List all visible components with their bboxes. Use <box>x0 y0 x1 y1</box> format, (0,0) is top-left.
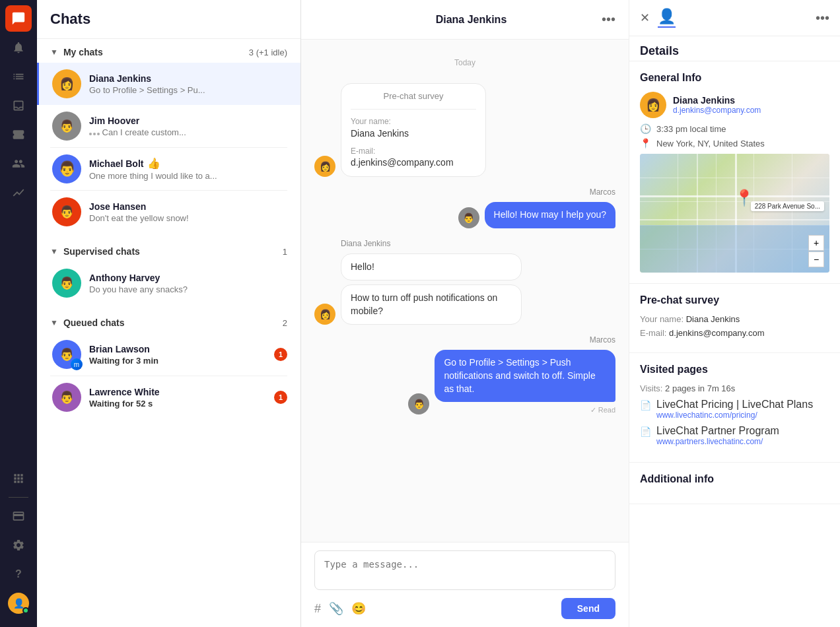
additional-info-section: Additional info <box>629 463 840 504</box>
survey-panel-name-row: Your name: Diana Jenkins <box>640 314 829 324</box>
chat-item-preview-jim: Can I create custom... <box>89 127 287 137</box>
notification-nav-icon[interactable] <box>5 34 32 61</box>
my-chats-section-header[interactable]: ▼ My chats 3 (+1 idle) <box>37 39 300 63</box>
survey-field-name: Your name: Diana Jenkins <box>351 116 476 140</box>
my-chats-count: 3 (+1 idle) <box>249 48 287 57</box>
icon-bar-top <box>5 5 32 463</box>
msg-avatar-marcos-1: 👨 <box>458 207 479 228</box>
msg-avatar-diana-survey: 👩 <box>314 156 335 177</box>
chat-item-lawrence[interactable]: 👨 Lawrence White Waiting for 52 s 1 <box>37 376 300 418</box>
read-status: ✓ Read <box>590 406 615 414</box>
general-info-title: General Info <box>640 72 829 84</box>
map-zoom-controls[interactable]: + − <box>808 235 824 267</box>
customers-nav-icon[interactable] <box>5 150 32 177</box>
chat-item-preview-anthony: Do you have any snacks? <box>89 284 287 294</box>
chat-message-input[interactable] <box>314 550 615 590</box>
chat-badge-lawrence: 1 <box>274 391 287 404</box>
queued-chats-section-header[interactable]: ▼ Queued chats 2 <box>37 310 300 333</box>
emoji-icon[interactable]: 😊 <box>351 601 366 616</box>
page-link-title-2: LiveChat Partner Program <box>656 425 779 437</box>
info-row-time: 🕒 3:33 pm local time <box>640 123 829 134</box>
survey-field-email: E-mail: d.jenkins@company.com <box>351 146 476 170</box>
person-details-icon[interactable]: 👤 <box>658 8 676 28</box>
chat-item-brian[interactable]: 👨 m Brian Lawson Waiting for 3 min 1 <box>37 333 300 376</box>
inbox-nav-icon[interactable] <box>5 92 32 119</box>
bubble-marcos-reply: Go to Profile > Settings > Push notifica… <box>435 350 615 402</box>
settings-nav-icon[interactable] <box>5 532 32 558</box>
visited-pages-title: Visited pages <box>640 364 829 376</box>
chat-item-content-brian: Brian Lawson Waiting for 3 min <box>89 344 274 366</box>
local-time: 3:33 pm local time <box>656 124 726 134</box>
visits-value: 2 pages in 7m 16s <box>665 383 735 393</box>
page-icon-1: 📄 <box>640 400 651 411</box>
chat-item-name-michael: Michael Bolt 👍 <box>89 157 287 170</box>
chat-list-title: Chats <box>50 11 287 28</box>
list-nav-icon[interactable] <box>5 63 32 90</box>
chat-item-diana[interactable]: 👩 Diana Jenkins Go to Profile > Settings… <box>37 63 300 105</box>
additional-info-title: Additional info <box>640 473 829 485</box>
reports-nav-icon[interactable] <box>5 180 32 206</box>
msg-row-marcos-reply: Marcos Go to Profile > Settings > Push n… <box>314 335 615 414</box>
avatar-jim: 👨 <box>52 112 81 141</box>
survey-label-email: E-mail: <box>351 146 476 157</box>
send-button[interactable]: Send <box>561 598 615 619</box>
chat-item-name-anthony: Anthony Harvey <box>89 273 287 283</box>
avatar-nav-icon[interactable]: 👤 <box>5 590 32 616</box>
chat-item-michael[interactable]: 👨 Michael Bolt 👍 One more thing I would … <box>37 148 300 190</box>
page-link-url-2[interactable]: www.partners.livechatinc.com/ <box>656 437 779 446</box>
chat-item-jim[interactable]: 👨 Jim Hoover Can I create custom... <box>37 105 300 147</box>
map-inner: 📍 228 Park Avenue So... + − <box>640 154 829 273</box>
supervised-chats-count: 1 <box>283 247 287 257</box>
chat-header-more-button[interactable]: ••• <box>602 12 615 27</box>
survey-panel-email-value: d.jenkins@company.com <box>669 328 764 338</box>
hashtag-icon[interactable]: # <box>314 602 321 616</box>
pre-chat-survey-title: Pre-chat survey <box>640 294 829 306</box>
msg-sender-marcos-2: Marcos <box>590 335 615 345</box>
apps-nav-icon[interactable] <box>5 465 32 492</box>
card-nav-icon[interactable] <box>5 503 32 529</box>
right-panel-header: ✕ 👤 ••• <box>629 0 840 36</box>
survey-title: Pre-chat survey <box>351 90 476 110</box>
page-link-2: 📄 LiveChat Partner Program www.partners.… <box>640 425 829 446</box>
chat-item-jose[interactable]: 👨 Jose Hansen Don't eat the yellow snow! <box>37 191 300 233</box>
msg-sender-diana-1: Diana Jenkins <box>341 239 522 248</box>
survey-value-name: Diana Jenkins <box>351 127 476 141</box>
visits-label: Visits: <box>640 383 662 393</box>
msg-content-hello: Marcos Hello! How may I help you? <box>485 187 615 228</box>
chat-item-preview-brian: Waiting for 3 min <box>89 356 274 366</box>
thumb-up-icon: 👍 <box>147 157 160 170</box>
page-link-url-1[interactable]: www.livechatinc.com/pricing/ <box>656 411 813 420</box>
bubble-hello: Hello! How may I help you? <box>485 202 615 228</box>
supervised-chats-section-header[interactable]: ▼ Supervised chats 1 <box>37 238 300 262</box>
attachment-icon[interactable]: 📎 <box>329 601 343 616</box>
my-chats-chevron: ▼ <box>50 48 58 57</box>
bubble-diana-question: How to turn off push notifications on mo… <box>341 284 522 325</box>
queued-chats-title: Queued chats <box>63 317 283 328</box>
survey-panel-email-label: E-mail: <box>640 328 666 338</box>
page-link-content-2: LiveChat Partner Program www.partners.li… <box>656 425 779 446</box>
chat-badge-brian: 1 <box>274 348 287 361</box>
ticket-nav-icon[interactable] <box>5 121 32 148</box>
map-zoom-in[interactable]: + <box>808 235 824 251</box>
chat-item-content-lawrence: Lawrence White Waiting for 52 s <box>89 387 274 409</box>
info-row-location: 📍 New York, NY, United States <box>640 138 829 148</box>
divider <box>9 497 28 498</box>
close-panel-icon[interactable]: ✕ <box>640 11 650 25</box>
general-info-person-row: 👩 Diana Jenkins d.jenkins@company.com <box>640 92 829 118</box>
chat-item-content-jose: Jose Hansen Don't eat the yellow snow! <box>89 201 287 223</box>
map-zoom-out[interactable]: − <box>808 251 824 267</box>
bubble-diana-hello: Hello! <box>341 253 522 281</box>
chat-item-preview-diana: Go to Profile > Settings > Pu... <box>89 85 287 95</box>
chat-nav-icon[interactable] <box>5 5 32 32</box>
chat-header-name: Diana Jenkins <box>341 14 602 26</box>
page-link-title-1: LiveChat Pricing | LiveChat Plans <box>656 399 813 411</box>
help-nav-icon[interactable]: ? <box>5 561 32 587</box>
msg-row-survey: 👩 Pre-chat survey Your name: Diana Jenki… <box>314 83 615 177</box>
chat-item-anthony[interactable]: 👨 Anthony Harvey Do you have any snacks? <box>37 262 300 304</box>
general-info-email: d.jenkins@company.com <box>673 106 761 115</box>
map-placeholder[interactable]: 📍 228 Park Avenue So... + − <box>640 154 829 273</box>
chat-main: Diana Jenkins ••• Today 👩 Pre-chat surve… <box>301 0 629 627</box>
chat-item-content-michael: Michael Bolt 👍 One more thing I would li… <box>89 157 287 181</box>
right-panel-more-button[interactable]: ••• <box>816 11 829 26</box>
survey-panel-name-label: Your name: <box>640 314 683 324</box>
